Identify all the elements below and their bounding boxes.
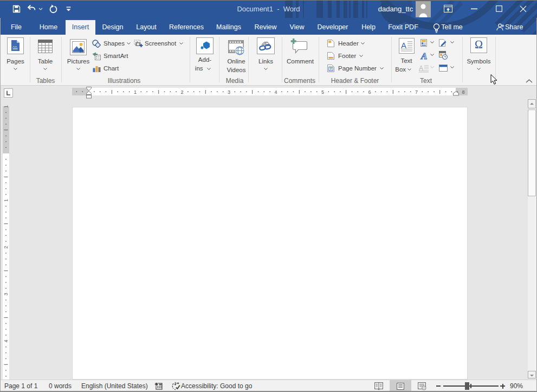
svg-text:4: 4 — [3, 339, 9, 342]
svg-text:1: 1 — [3, 199, 9, 202]
svg-text:#: # — [330, 67, 332, 70]
svg-text:5: 5 — [321, 89, 324, 95]
svg-text:A: A — [401, 41, 406, 50]
svg-text:3: 3 — [3, 293, 9, 295]
svg-text:2: 2 — [3, 246, 9, 248]
svg-text:7: 7 — [415, 89, 418, 95]
svg-text:1: 1 — [134, 89, 137, 95]
svg-text:1: 1 — [3, 105, 9, 108]
svg-text:8: 8 — [462, 89, 464, 95]
svg-text:3: 3 — [228, 89, 230, 95]
svg-text:6: 6 — [368, 89, 371, 95]
svg-text:2: 2 — [180, 89, 183, 95]
svg-text:4: 4 — [274, 89, 277, 95]
